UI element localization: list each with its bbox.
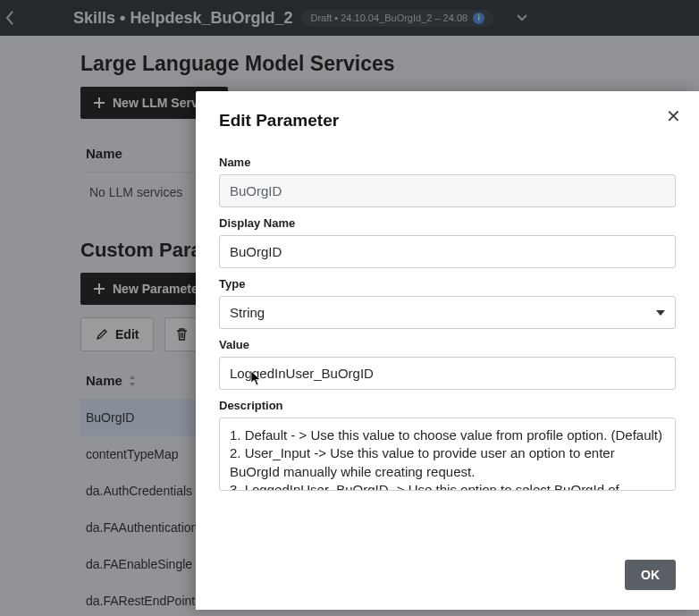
- description-field[interactable]: [219, 418, 676, 491]
- modal-title: Edit Parameter: [219, 111, 676, 131]
- display-name-label: Display Name: [219, 216, 676, 230]
- name-label: Name: [219, 156, 676, 169]
- modal-overlay[interactable]: Edit Parameter ✕ Name Display Name Type …: [0, 0, 699, 616]
- type-label: Type: [219, 277, 676, 291]
- type-select[interactable]: [219, 296, 676, 329]
- name-field: [219, 174, 676, 207]
- close-icon: ✕: [666, 106, 681, 126]
- display-name-field[interactable]: [219, 235, 676, 268]
- edit-parameter-modal: Edit Parameter ✕ Name Display Name Type …: [196, 91, 699, 610]
- ok-button[interactable]: OK: [625, 560, 676, 590]
- value-label: Value: [219, 338, 676, 351]
- description-label: Description: [219, 399, 676, 412]
- close-button[interactable]: ✕: [666, 107, 681, 125]
- value-field[interactable]: [219, 357, 676, 390]
